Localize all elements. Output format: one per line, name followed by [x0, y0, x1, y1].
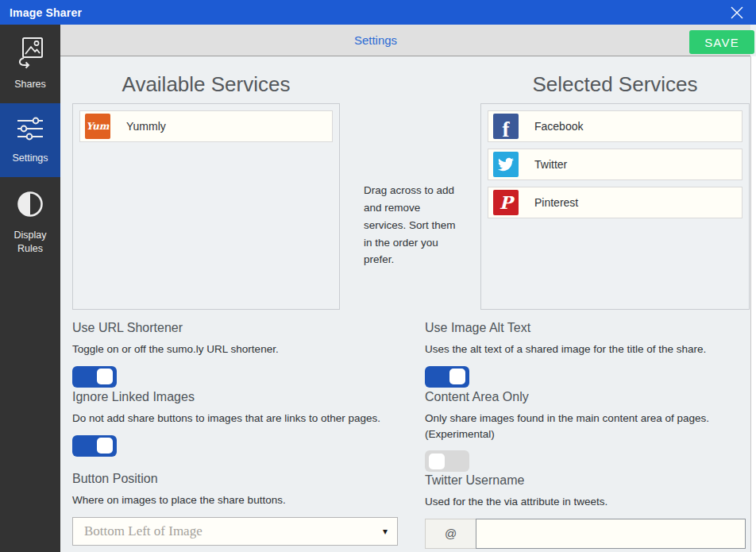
setting-title: Ignore Linked Images	[72, 390, 414, 404]
available-services-panel: Yum Yummly	[72, 103, 340, 310]
facebook-icon: f	[493, 114, 519, 139]
setting-title: Button Position	[72, 472, 414, 486]
tab-settings[interactable]: Settings	[60, 25, 691, 56]
settings-page: Available Services Selected Services Yum…	[60, 56, 750, 552]
setting-content-area-only: Content Area Only Only share images foun…	[425, 390, 756, 472]
titlebar: Image Sharer	[0, 0, 756, 25]
setting-description: Only share images found in the main cont…	[425, 411, 756, 442]
setting-description: Toggle on or off the sumo.ly URL shorten…	[72, 342, 409, 357]
drag-hint-text: Drag across to add and remove services. …	[364, 182, 461, 268]
setting-description: Where on images to place the share butto…	[72, 492, 409, 508]
sidebar-item-display-rules[interactable]: Display Rules	[0, 177, 60, 268]
selected-services-panel: f Facebook Twitter P Pinterest	[480, 103, 750, 310]
sidebar-item-label: Settings	[12, 152, 48, 165]
setting-use-url-shortener: Use URL Shortener Toggle on or off the s…	[72, 321, 414, 388]
sidebar: Shares Settings Display Rules	[0, 25, 60, 552]
header-bar: Settings SAVE	[60, 25, 750, 56]
twitter-username-input[interactable]	[476, 519, 746, 549]
content-area-only-toggle[interactable]	[425, 450, 469, 472]
setting-title: Use URL Shortener	[72, 321, 414, 335]
sidebar-item-shares[interactable]: Shares	[0, 25, 60, 103]
service-item-twitter[interactable]: Twitter	[488, 149, 742, 180]
toggle-knob	[449, 369, 465, 384]
sidebar-item-settings[interactable]: Settings	[0, 103, 60, 177]
setting-button-position: Button Position Where on images to place…	[72, 472, 414, 546]
button-position-select[interactable]: Bottom Left of Image ▾	[72, 517, 398, 546]
service-name: Yummly	[126, 120, 166, 133]
service-item-pinterest[interactable]: P Pinterest	[488, 187, 742, 218]
setting-use-image-alt-text: Use Image Alt Text Uses the alt text of …	[425, 321, 756, 388]
selected-services-title: Selected Services	[480, 72, 750, 97]
toggle-knob	[97, 369, 113, 384]
service-name: Twitter	[534, 158, 567, 171]
sliders-icon	[14, 114, 47, 146]
sidebar-item-label: Display Rules	[3, 229, 57, 256]
available-services-title: Available Services	[72, 72, 340, 97]
pinterest-icon: P	[493, 190, 519, 215]
sidebar-item-label: Shares	[14, 78, 46, 91]
service-item-facebook[interactable]: f Facebook	[488, 110, 742, 142]
service-name: Facebook	[534, 120, 583, 133]
setting-title: Content Area Only	[425, 390, 756, 404]
setting-twitter-username: Twitter Username Used for the the via at…	[425, 473, 756, 549]
ignore-linked-images-toggle[interactable]	[72, 435, 117, 457]
image-alt-text-toggle[interactable]	[425, 366, 469, 388]
twitter-icon	[493, 152, 519, 177]
url-shortener-toggle[interactable]	[72, 366, 117, 388]
setting-ignore-linked-images: Ignore Linked Images Do not add share bu…	[72, 390, 414, 457]
shares-icon	[14, 36, 46, 72]
yummly-icon: Yum	[85, 114, 110, 139]
twitter-username-group: @	[425, 519, 746, 549]
at-prefix: @	[425, 519, 476, 549]
setting-title: Twitter Username	[425, 473, 756, 488]
toggle-knob	[429, 454, 445, 469]
service-name: Pinterest	[534, 196, 578, 209]
setting-title: Use Image Alt Text	[425, 321, 756, 335]
close-icon[interactable]	[729, 5, 745, 21]
chevron-down-icon: ▾	[383, 526, 388, 537]
button-position-value: Bottom Left of Image	[84, 523, 383, 539]
setting-description: Used for the the via attribute in tweets…	[425, 494, 756, 510]
service-item-yummly[interactable]: Yum Yummly	[79, 110, 333, 142]
window-title: Image Sharer	[10, 6, 82, 19]
save-button[interactable]: SAVE	[689, 30, 754, 54]
setting-description: Do not add share buttons to images that …	[72, 411, 409, 427]
contrast-icon	[14, 188, 46, 223]
toggle-knob	[97, 438, 113, 454]
setting-description: Uses the alt text of a shared image for …	[425, 342, 756, 357]
